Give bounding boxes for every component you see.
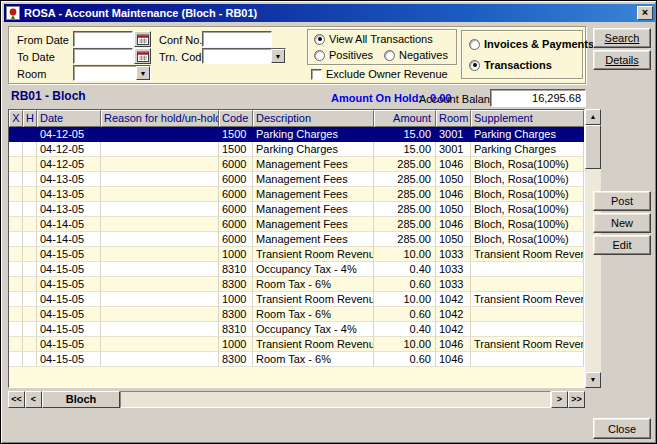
close-icon[interactable]: × — [637, 6, 653, 20]
negatives-radio[interactable]: Negatives — [384, 49, 448, 61]
table-row[interactable]: 04-15-051000Transient Room Revenue10.001… — [9, 247, 584, 262]
scroll-down-icon[interactable]: ▼ — [585, 372, 601, 388]
last-record-button[interactable]: >> — [568, 391, 585, 408]
title-bar[interactable]: ROSA - Account Maintenance (Bloch - RB01… — [4, 4, 655, 22]
table-row[interactable]: 04-12-051500Parking Charges15.003001Park… — [9, 142, 584, 157]
column-header-h[interactable]: H — [23, 110, 37, 127]
cell-description: Room Tax - 6% — [253, 277, 374, 292]
cell-reason — [101, 277, 219, 292]
chevron-down-icon[interactable]: ▼ — [136, 66, 150, 80]
positives-radio[interactable]: Positives — [314, 49, 373, 61]
table-row[interactable]: 04-15-058310Occupancy Tax - 4%0.401042 — [9, 322, 584, 337]
search-button[interactable]: Search — [593, 28, 651, 48]
cell-date: 04-15-05 — [37, 322, 101, 337]
cell-date: 04-15-05 — [37, 337, 101, 352]
cell-reason — [101, 232, 219, 247]
column-header-amount[interactable]: Amount — [374, 110, 436, 127]
to-date-input[interactable] — [73, 48, 133, 64]
radio-icon[interactable] — [314, 50, 325, 61]
view-all-transactions-radio[interactable]: View All Transactions — [314, 33, 433, 45]
cell-description: Transient Room Revenue — [253, 292, 374, 307]
to-date-calendar-icon[interactable] — [134, 48, 151, 64]
record-navigator: << < Bloch > >> — [8, 391, 585, 408]
cell-code: 6000 — [219, 157, 253, 172]
cell-room: 1046 — [436, 352, 471, 367]
cell-amount: 15.00 — [374, 142, 436, 157]
cell-x — [9, 217, 23, 232]
cell-amount: 285.00 — [374, 187, 436, 202]
table-row[interactable]: 04-15-058310Occupancy Tax - 4%0.401033 — [9, 262, 584, 277]
cell-code: 8310 — [219, 322, 253, 337]
conf-no-input[interactable] — [202, 31, 272, 47]
column-header-reason[interactable]: Reason for hold/un-hold — [101, 110, 219, 127]
radio-icon[interactable] — [314, 34, 325, 45]
table-row[interactable]: 04-14-056000Management Fees285.001050Blo… — [9, 232, 584, 247]
close-button[interactable]: Close — [593, 418, 651, 439]
table-row[interactable]: 04-15-051000Transient Room Revenue10.001… — [9, 337, 584, 352]
cell-room: 3001 — [436, 127, 471, 142]
checkbox-icon[interactable] — [311, 69, 322, 80]
table-row[interactable]: 04-13-056000Management Fees285.001050Blo… — [9, 202, 584, 217]
cell-description: Transient Room Revenue — [253, 247, 374, 262]
cell-reason — [101, 337, 219, 352]
column-header-supplement[interactable]: Supplement — [471, 110, 584, 127]
first-record-button[interactable]: << — [8, 391, 25, 408]
table-row[interactable]: 04-15-051000Transient Room Revenue10.001… — [9, 292, 584, 307]
cell-amount: 285.00 — [374, 217, 436, 232]
cell-h — [23, 232, 37, 247]
scroll-up-icon[interactable]: ▲ — [585, 109, 601, 125]
cell-supplement: Bloch, Rosa(100%) — [471, 202, 584, 217]
column-header-code[interactable]: Code — [219, 110, 253, 127]
cell-amount: 0.60 — [374, 277, 436, 292]
column-header-room[interactable]: Room — [436, 110, 471, 127]
exclude-owner-revenue-checkbox[interactable]: Exclude Owner Revenue — [311, 68, 448, 80]
table-row[interactable]: 04-14-056000Management Fees285.001046Blo… — [9, 217, 584, 232]
table-row[interactable]: 04-13-056000Management Fees285.001046Blo… — [9, 187, 584, 202]
column-header-description[interactable]: Description — [253, 110, 374, 127]
trn-code-label: Trn. Code — [159, 51, 208, 63]
chevron-down-icon[interactable]: ▼ — [271, 49, 285, 63]
cell-reason — [101, 352, 219, 367]
cell-amount: 0.60 — [374, 352, 436, 367]
cell-h — [23, 202, 37, 217]
cell-x — [9, 142, 23, 157]
account-tab-bloch[interactable]: Bloch — [42, 391, 120, 408]
cell-code: 8300 — [219, 277, 253, 292]
table-row[interactable]: 04-13-056000Management Fees285.001050Blo… — [9, 172, 584, 187]
to-date-label: To Date — [17, 51, 55, 63]
cell-h — [23, 172, 37, 187]
cell-date: 04-12-05 — [37, 127, 101, 142]
cell-room: 1033 — [436, 262, 471, 277]
radio-icon[interactable] — [469, 39, 480, 50]
radio-icon[interactable] — [384, 50, 395, 61]
table-row[interactable]: 04-12-051500Parking Charges15.003001Park… — [9, 127, 584, 142]
cell-reason — [101, 202, 219, 217]
cell-supplement: Bloch, Rosa(100%) — [471, 157, 584, 172]
post-button[interactable]: Post — [593, 191, 651, 211]
new-button[interactable]: New — [593, 213, 651, 233]
navigator-track[interactable] — [120, 391, 551, 408]
cell-room: 1042 — [436, 292, 471, 307]
positives-label: Positives — [329, 49, 373, 61]
cell-supplement — [471, 322, 584, 337]
cell-reason — [101, 217, 219, 232]
next-record-button[interactable]: > — [551, 391, 568, 408]
scrollbar-thumb[interactable] — [585, 125, 601, 169]
trn-code-dropdown[interactable]: ▼ — [202, 48, 286, 64]
column-header-date[interactable]: Date — [37, 110, 101, 127]
cell-supplement — [471, 352, 584, 367]
table-row[interactable]: 04-15-058300Room Tax - 6%0.601033 — [9, 277, 584, 292]
table-row[interactable]: 04-12-056000Management Fees285.001046Blo… — [9, 157, 584, 172]
radio-icon[interactable] — [469, 60, 480, 71]
from-date-input[interactable] — [73, 31, 133, 47]
table-row[interactable]: 04-15-058300Room Tax - 6%0.601042 — [9, 307, 584, 322]
prev-record-button[interactable]: < — [25, 391, 42, 408]
from-date-calendar-icon[interactable] — [134, 31, 151, 47]
column-header-x[interactable]: X — [9, 110, 23, 127]
invoices-payments-radio[interactable]: Invoices & Payments — [469, 38, 594, 50]
room-dropdown[interactable]: ▼ — [73, 65, 151, 81]
details-button[interactable]: Details — [593, 50, 651, 70]
table-row[interactable]: 04-15-058300Room Tax - 6%0.601046 — [9, 352, 584, 367]
edit-button[interactable]: Edit — [593, 235, 651, 255]
transactions-radio[interactable]: Transactions — [469, 59, 552, 71]
